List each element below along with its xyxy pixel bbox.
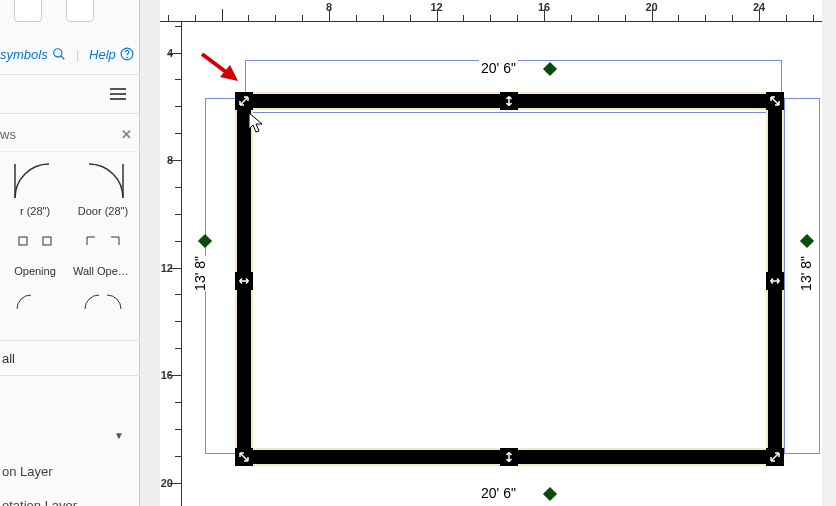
resize-diag-icon [238, 451, 250, 463]
dimension-height-left[interactable]: 13' 8" [190, 256, 210, 291]
ruler-mark: 20 [645, 1, 657, 13]
close-icon[interactable]: ✕ [121, 127, 132, 142]
dimension-width-bottom[interactable]: 20' 6" [479, 485, 518, 501]
pane-splitter[interactable] [140, 0, 160, 506]
shapes-search: ws ✕ [0, 118, 140, 152]
svg-rect-6 [19, 237, 27, 245]
wall-opening-icon [81, 229, 125, 253]
toolbar-stub [0, 0, 140, 30]
resize-vert-icon [503, 95, 515, 107]
resize-handle-n[interactable] [500, 92, 518, 110]
shape-item-door-28b[interactable]: Door (28") [72, 161, 134, 217]
left-sidebar: symbols | Help ws ✕ r (28") Door (28") [0, 0, 140, 506]
menu-icon[interactable] [110, 88, 126, 100]
section-wall[interactable]: all [0, 340, 140, 376]
double-arc-icon [81, 291, 125, 311]
shape-label: Opening [5, 265, 65, 277]
search-icon [52, 47, 66, 61]
svg-point-0 [53, 49, 61, 57]
shape-label: r (28") [5, 205, 65, 217]
shape-item-door-28a[interactable]: r (28") [4, 161, 66, 217]
double-arc-icon [13, 291, 57, 311]
svg-rect-7 [43, 237, 51, 245]
svg-point-3 [127, 57, 128, 58]
toolbar-button[interactable] [14, 0, 42, 22]
layer-row[interactable]: on Layer [0, 456, 140, 486]
search-input-text[interactable]: ws [0, 127, 121, 142]
ruler-mark: 4 [167, 47, 173, 59]
resize-horiz-icon [238, 275, 250, 287]
shape-label: Door (28") [73, 205, 133, 217]
annotation-arrow-icon [200, 52, 240, 82]
resize-vert-icon [503, 451, 515, 463]
layer-row-label: otation Layer [2, 498, 77, 507]
resize-handle-w[interactable] [235, 272, 253, 290]
shapes-panel-header [0, 74, 140, 114]
ruler-mark: 8 [167, 154, 173, 166]
canvas[interactable]: 20' 6" 20' 6" 13' 8" 13' 8" [182, 22, 836, 506]
shape-item-extra-b[interactable] [72, 281, 134, 325]
shape-item-opening[interactable]: Opening [4, 221, 66, 277]
vertical-scrollbar[interactable] [822, 0, 836, 506]
resize-horiz-icon [769, 275, 781, 287]
svg-marker-9 [220, 65, 238, 81]
selection-bounds-bottom [245, 112, 782, 452]
ruler-mark: 8 [326, 1, 332, 13]
ruler-mark: 12 [161, 262, 173, 274]
ruler-mark: 20 [161, 477, 173, 489]
midpoint-marker[interactable] [543, 487, 557, 501]
horizontal-ruler: 812162024 [160, 0, 836, 22]
shapes-grid: r (28") Door (28") Opening Wall Openi… [0, 155, 140, 325]
resize-diag-icon [769, 95, 781, 107]
resize-handle-se[interactable] [766, 448, 784, 466]
help-label: Help [89, 47, 116, 62]
ruler-mark: 12 [430, 1, 442, 13]
layer-row[interactable]: otation Layer [0, 490, 140, 506]
symbols-link[interactable]: symbols [0, 47, 66, 62]
svg-line-8 [202, 54, 234, 78]
resize-handle-s[interactable] [500, 448, 518, 466]
shape-label: Wall Openi… [73, 265, 133, 277]
symbols-label: symbols [0, 47, 48, 62]
ruler-mark: 16 [161, 369, 173, 381]
layer-select[interactable]: ▼ [0, 420, 140, 450]
dimension-height-right[interactable]: 13' 8" [796, 256, 816, 291]
resize-handle-sw[interactable] [235, 448, 253, 466]
svg-line-1 [60, 56, 64, 60]
section-wall-label: all [2, 351, 15, 366]
vertical-ruler: 48121620 [160, 22, 182, 506]
resize-diag-icon [769, 451, 781, 463]
resize-diag-icon [238, 95, 250, 107]
chevron-down-icon: ▼ [114, 430, 124, 441]
resize-handle-e[interactable] [766, 272, 784, 290]
layer-row-label: on Layer [2, 464, 53, 479]
shape-item-extra-a[interactable] [4, 281, 66, 325]
door-arc-icon [13, 162, 57, 200]
door-arc-icon [81, 162, 125, 200]
ruler-mark: 24 [753, 1, 765, 13]
toolbar-button[interactable] [66, 0, 94, 22]
ruler-mark: 16 [538, 1, 550, 13]
help-bar: symbols | Help [0, 40, 140, 68]
opening-icon [13, 229, 57, 253]
shape-item-wall-opening[interactable]: Wall Openi… [72, 221, 134, 277]
resize-handle-ne[interactable] [766, 92, 784, 110]
question-icon [120, 47, 134, 61]
resize-handle-nw[interactable] [235, 92, 253, 110]
help-link[interactable]: Help [89, 47, 134, 62]
dimension-width-top[interactable]: 20' 6" [479, 60, 518, 76]
